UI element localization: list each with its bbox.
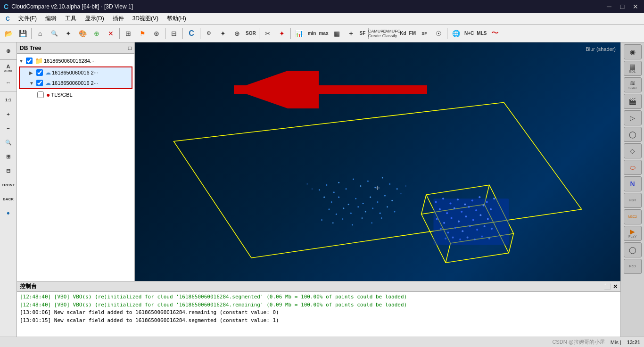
- toolbar-zoom-all-btn[interactable]: ⌂: [33, 27, 47, 40]
- tree-check-remaining[interactable]: [36, 80, 43, 86]
- toolbar-campo2-btn[interactable]: CAMUFOClassify: [385, 27, 398, 40]
- right-m3c2-btn[interactable]: M3C2: [624, 209, 642, 224]
- tree-item-segmented[interactable]: ▶ ☁ 1618650060016 2···: [20, 67, 132, 78]
- toolbar-t3[interactable]: ⊕: [231, 27, 244, 40]
- toolbar-sep-7: [290, 28, 291, 39]
- app-icon: C: [4, 3, 8, 10]
- console-expand-btn[interactable]: ⬜: [604, 283, 611, 290]
- svg-point-92: [481, 236, 483, 238]
- minimize-button[interactable]: ─: [604, 2, 614, 11]
- toolbar-save-btn[interactable]: 💾: [16, 27, 29, 40]
- toolbar-points-btn[interactable]: ✦: [62, 27, 75, 40]
- tree-item-remaining[interactable]: ▼ ☁ 1618650060016 2···: [20, 78, 132, 88]
- right-oval-btn[interactable]: ⬭: [624, 160, 642, 175]
- toolbar-flag-btn[interactable]: ⚑: [136, 27, 149, 40]
- svg-point-14: [346, 188, 347, 190]
- menu-tools[interactable]: 工具: [61, 14, 80, 24]
- toolbar-cc-logo[interactable]: C: [185, 27, 198, 40]
- toolbar-clone-btn[interactable]: ⊞: [122, 27, 135, 40]
- menu-view3d[interactable]: 3D视图(V): [129, 14, 162, 24]
- db-tree-content: ▼ 📁 1618650060016284.··· ▶ ☁ 16186500600…: [17, 54, 134, 281]
- toolbar-globe-btn[interactable]: 🌐: [449, 27, 462, 40]
- toolbar-color-btn[interactable]: 🎨: [76, 27, 89, 40]
- tree-expand-root[interactable]: ▼: [19, 58, 25, 64]
- right-play2-btn[interactable]: ▶ PLaY: [624, 226, 642, 241]
- right-circle2-btn[interactable]: ◯: [624, 242, 642, 257]
- maximize-button[interactable]: □: [618, 2, 627, 11]
- menu-display[interactable]: 显示(D): [81, 14, 108, 24]
- point-cloud-box: [433, 196, 509, 245]
- toolbar-plane-btn[interactable]: ⊟: [167, 27, 181, 40]
- sidebar-zoom-btn[interactable]: 🔍: [2, 136, 15, 149]
- right-north-btn[interactable]: N: [624, 176, 642, 191]
- toolbar-t1[interactable]: ⚙: [202, 27, 215, 40]
- tree-item-tlsgbl[interactable]: ● TLS/GBL: [17, 90, 134, 100]
- toolbar-open-btn[interactable]: 📂: [2, 27, 15, 40]
- close-button[interactable]: ✕: [631, 2, 640, 11]
- sidebar-plus-btn[interactable]: +: [2, 107, 15, 121]
- menu-plugin[interactable]: 插件: [109, 14, 128, 24]
- menu-app[interactable]: C: [2, 14, 14, 24]
- toolbar-delete-btn[interactable]: ✕: [104, 27, 117, 40]
- svg-point-76: [472, 219, 474, 221]
- toolbar-scatter-btn[interactable]: ⊛: [150, 27, 163, 40]
- toolbar-zoom-sel-btn[interactable]: 🔍: [48, 27, 61, 40]
- toolbar-wave-btn[interactable]: 〜: [488, 27, 502, 40]
- toolbar-sf2-btn[interactable]: SF: [418, 27, 431, 40]
- tree-check-tlsgbl[interactable]: [37, 91, 44, 98]
- toolbar-add-btn[interactable]: +: [344, 27, 357, 40]
- right-hbr-btn[interactable]: HBR: [624, 193, 642, 208]
- svg-point-50: [312, 188, 313, 189]
- sidebar-move-btn[interactable]: ⊕: [2, 44, 15, 58]
- tree-folder-icon: 📁: [35, 57, 43, 65]
- sidebar-back-btn[interactable]: BACK: [2, 192, 15, 206]
- menu-edit[interactable]: 编辑: [41, 14, 60, 24]
- tree-expand-segmented[interactable]: ▶: [29, 70, 35, 75]
- toolbar-grid-btn[interactable]: ▦: [330, 27, 343, 40]
- tree-check-segmented[interactable]: [36, 69, 43, 76]
- menu-help[interactable]: 帮助(H): [163, 14, 190, 24]
- blur-shader-label: Blur (shader): [586, 46, 616, 52]
- svg-point-21: [396, 188, 398, 190]
- shield-icon: ◇: [630, 148, 635, 154]
- tree-expand-remaining[interactable]: ▼: [29, 81, 35, 86]
- svg-point-33: [336, 214, 337, 215]
- db-tree-title: DB Tree: [20, 45, 41, 51]
- toolbar-chart-btn[interactable]: 📊: [293, 27, 306, 40]
- sidebar-minus-btn[interactable]: −: [2, 122, 15, 135]
- svg-point-20: [389, 183, 390, 185]
- right-edl-btn[interactable]: ▦ EDL: [624, 61, 642, 76]
- svg-point-68: [475, 209, 477, 211]
- svg-point-23: [331, 201, 332, 203]
- console-close-btn[interactable]: ✕: [613, 283, 618, 290]
- toolbar-merge-btn[interactable]: ⊕: [90, 27, 103, 40]
- db-tree-expand-icon[interactable]: □: [128, 45, 132, 51]
- toolbar-globe-preview-btn[interactable]: ☉: [432, 27, 445, 40]
- console-line-2: [12:48:40] [VBO] VBO(s) (re)initialized …: [20, 301, 618, 309]
- toolbar-nc-label: N+C: [463, 31, 475, 36]
- toolbar-cut-btn[interactable]: ✂: [261, 27, 274, 40]
- menu-file[interactable]: 文件(F): [15, 14, 41, 24]
- tree-item-root[interactable]: ▼ 📁 1618650060016284.···: [17, 56, 134, 66]
- right-ss40-btn[interactable]: ≋ SS40: [624, 77, 642, 92]
- right-blur-btn[interactable]: ◉: [624, 44, 642, 59]
- right-compass-btn[interactable]: ◯: [624, 127, 642, 142]
- tree-check-root[interactable]: [26, 58, 33, 64]
- sidebar-minus2-btn[interactable]: ⊟: [2, 164, 15, 177]
- right-play-btn[interactable]: ▷: [624, 110, 642, 125]
- play2-label: PLaY: [628, 235, 636, 239]
- toolbar-t2[interactable]: ✦: [216, 27, 230, 40]
- right-film-btn[interactable]: 🎬: [624, 94, 642, 109]
- sidebar-front-btn[interactable]: FRONT: [2, 178, 15, 191]
- svg-point-66: [461, 211, 462, 213]
- right-rod-btn[interactable]: R6D: [624, 259, 642, 274]
- right-shield-btn[interactable]: ◇: [624, 143, 642, 158]
- svg-point-83: [469, 225, 471, 227]
- toolbar-sep-4: [182, 28, 183, 39]
- sidebar-auto-btn[interactable]: A auto: [2, 62, 15, 75]
- sidebar-translate-btn[interactable]: ↔: [2, 76, 15, 89]
- sidebar-box-btn[interactable]: ⊞: [2, 150, 15, 163]
- sidebar-1-1-btn[interactable]: 1:1: [2, 93, 15, 107]
- sidebar-dot-btn[interactable]: •: [2, 207, 15, 220]
- toolbar-cross-btn[interactable]: ✦: [275, 27, 289, 40]
